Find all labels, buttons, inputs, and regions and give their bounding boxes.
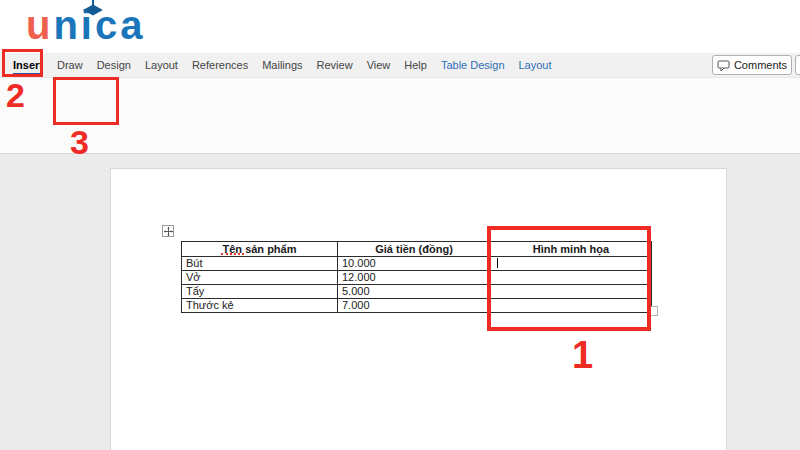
cell-price[interactable]: 5.000	[338, 285, 491, 299]
tab-view[interactable]: View	[360, 53, 398, 78]
tab-review[interactable]: Review	[310, 53, 360, 78]
tab-references[interactable]: References	[185, 53, 255, 78]
cell-price[interactable]: 12.000	[338, 271, 491, 285]
share-button-partial[interactable]	[795, 55, 800, 75]
graduation-cap-stem-icon	[92, 0, 94, 6]
word-window: unica Insert Draw Design Layout Referenc…	[0, 0, 800, 450]
tab-layout-contextual[interactable]: Layout	[512, 53, 559, 78]
tab-table-design[interactable]: Table Design	[434, 53, 512, 78]
annotation-box-illustration-column	[487, 226, 651, 331]
annotation-box-insert-tab	[2, 49, 43, 77]
cell-product-name[interactable]: Bút	[182, 257, 338, 271]
cell-price[interactable]: 10.000	[338, 257, 491, 271]
cell-price[interactable]: 7.000	[338, 299, 491, 313]
annotation-step-3: 3	[70, 125, 89, 159]
tab-mailings[interactable]: Mailings	[255, 53, 309, 78]
tab-help[interactable]: Help	[397, 53, 434, 78]
comments-button-label: Comments	[734, 59, 787, 71]
ribbon-tab-bar: Insert Draw Design Layout References Mai…	[0, 53, 800, 78]
annotation-step-1: 1	[572, 336, 593, 374]
tab-draw[interactable]: Draw	[50, 53, 90, 78]
cell-product-name[interactable]: Vở	[182, 271, 338, 285]
tab-layout[interactable]: Layout	[138, 53, 185, 78]
spellcheck-squiggle	[221, 252, 244, 255]
header-cell-product-name[interactable]: Tên sản phẩm	[182, 242, 338, 257]
ribbon: Table Tables Pictures Shapes Icons 3D Mo…	[0, 78, 800, 154]
cell-product-name[interactable]: Tẩy	[182, 285, 338, 299]
table-move-handle[interactable]	[162, 225, 174, 237]
tab-design[interactable]: Design	[90, 53, 138, 78]
ribbon-tabs: Insert Draw Design Layout References Mai…	[6, 53, 559, 78]
comment-bubble-icon	[717, 60, 730, 71]
cell-product-name[interactable]: Thước kẻ	[182, 299, 338, 313]
annotation-box-pictures-button	[53, 77, 119, 125]
move-cross-icon	[164, 227, 173, 236]
annotation-step-2: 2	[6, 78, 25, 112]
logo-letter-u: u	[26, 3, 53, 47]
comments-button[interactable]: Comments	[712, 55, 792, 75]
header-cell-price[interactable]: Giá tiền (đồng)	[338, 242, 491, 257]
